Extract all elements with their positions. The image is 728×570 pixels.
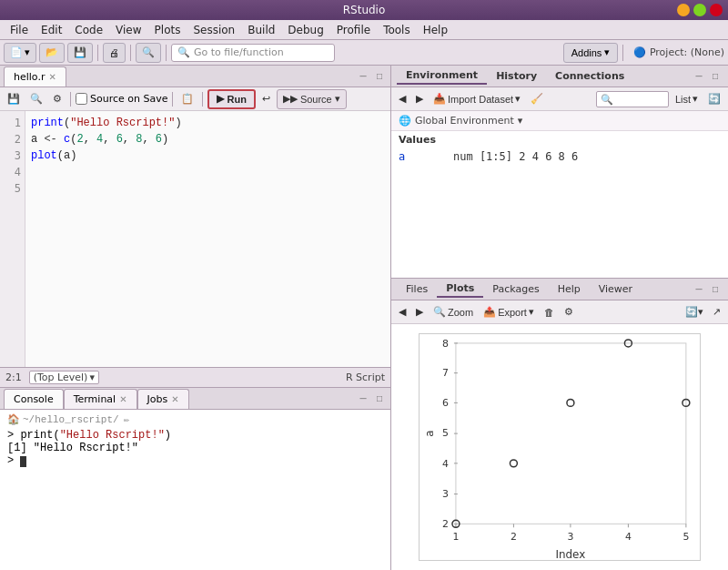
console-maximize-icon[interactable]: □ bbox=[372, 392, 387, 406]
menu-edit[interactable]: Edit bbox=[35, 22, 68, 38]
console-prompt[interactable]: > bbox=[7, 454, 383, 467]
goto-file-function[interactable]: 🔍 Go to file/function bbox=[171, 44, 335, 62]
terminal-close-icon[interactable]: ✕ bbox=[119, 394, 126, 404]
import-dataset-button[interactable]: 📥 Import Dataset ▾ bbox=[430, 90, 524, 108]
addins-chevron-icon: ▾ bbox=[604, 46, 610, 58]
window-controls bbox=[677, 4, 723, 16]
plots-tools-button[interactable]: ⚙ bbox=[561, 303, 577, 321]
plots-refresh-button[interactable]: 🔄▾ bbox=[682, 303, 707, 321]
console-tab-bar: Console Terminal ✕ Jobs ✕ ─ □ bbox=[0, 388, 390, 410]
code-tools-button[interactable]: ⚙ bbox=[49, 90, 66, 108]
tab-plots[interactable]: Plots bbox=[437, 280, 483, 298]
tab-viewer[interactable]: Viewer bbox=[590, 281, 642, 297]
titlebar: RStudio bbox=[0, 0, 728, 20]
jobs-close-icon[interactable]: ✕ bbox=[171, 394, 178, 404]
console-minimize-icon[interactable]: ─ bbox=[356, 392, 370, 406]
menu-build[interactable]: Build bbox=[241, 22, 281, 38]
tab-connections[interactable]: Connections bbox=[546, 68, 633, 84]
plots-tab-bar: Files Plots Packages Help Viewer ─ □ bbox=[391, 279, 728, 300]
close-button[interactable] bbox=[710, 4, 723, 16]
print-button[interactable]: 🖨 bbox=[103, 43, 126, 63]
tab-packages[interactable]: Packages bbox=[483, 281, 548, 297]
export-button[interactable]: 📤 Export ▾ bbox=[480, 303, 538, 321]
path-tilde-icon: 🏠 bbox=[7, 413, 20, 425]
menu-profile[interactable]: Profile bbox=[330, 22, 377, 38]
run-button[interactable]: ▶ Run bbox=[207, 89, 255, 109]
source-button[interactable]: ▶▶ Source ▾ bbox=[277, 89, 347, 109]
code-level[interactable]: (Top Level) ▾ bbox=[29, 371, 99, 384]
tab-name: hello.r bbox=[14, 71, 45, 83]
open-file-button[interactable]: 📂 bbox=[39, 43, 65, 63]
menubar: File Edit Code View Plots Session Build … bbox=[0, 20, 728, 40]
env-clear-button[interactable]: 🧹 bbox=[527, 90, 547, 108]
save-button[interactable]: 💾 bbox=[67, 43, 93, 63]
app-title: RStudio bbox=[343, 4, 386, 16]
console-content[interactable]: 🏠 ~/hello_rscript/ ✏ > print("Hello Rscr… bbox=[0, 410, 390, 570]
plots-maximize-icon[interactable]: □ bbox=[708, 282, 723, 297]
tab-files[interactable]: Files bbox=[397, 281, 437, 297]
list-view-button[interactable]: List ▾ bbox=[672, 90, 702, 108]
tab-close-icon[interactable]: ✕ bbox=[48, 72, 56, 82]
menu-code[interactable]: Code bbox=[68, 22, 109, 38]
addins-label: Addins bbox=[571, 47, 602, 58]
env-dropdown-icon: ▾ bbox=[518, 115, 523, 127]
terminal-tab-label: Terminal bbox=[74, 393, 116, 405]
editor-minimize-icon[interactable]: ─ bbox=[356, 69, 370, 84]
menu-file[interactable]: File bbox=[4, 22, 35, 38]
save-editor-button[interactable]: 💾 bbox=[4, 90, 24, 108]
plots-minimize-icon[interactable]: ─ bbox=[692, 282, 706, 297]
menu-tools[interactable]: Tools bbox=[377, 22, 417, 38]
tab-environment[interactable]: Environment bbox=[397, 67, 487, 85]
tab-terminal[interactable]: Terminal ✕ bbox=[64, 389, 137, 409]
global-env-text: Global Environment bbox=[415, 115, 514, 127]
editor-tab-hello-r[interactable]: hello.r ✕ bbox=[4, 66, 66, 87]
menu-debug[interactable]: Debug bbox=[281, 22, 329, 38]
zoom-icon: 🔍 bbox=[433, 306, 446, 318]
lint-button[interactable]: 📋 bbox=[177, 90, 197, 108]
env-back-button[interactable]: ◀ bbox=[395, 90, 410, 108]
env-refresh-button[interactable]: 🔄 bbox=[704, 90, 724, 108]
env-maximize-icon[interactable]: □ bbox=[708, 69, 723, 84]
run-label: Run bbox=[227, 94, 246, 105]
svg-text:7: 7 bbox=[442, 367, 449, 379]
tab-help[interactable]: Help bbox=[549, 281, 590, 297]
env-minimize-icon[interactable]: ─ bbox=[692, 69, 706, 84]
source-on-save-label[interactable]: Source on Save bbox=[76, 93, 167, 105]
console-gt-1: > bbox=[7, 429, 20, 442]
find-button[interactable]: 🔍 bbox=[136, 43, 161, 63]
source-label: Source bbox=[300, 94, 332, 105]
menu-help[interactable]: Help bbox=[417, 22, 454, 38]
zoom-button[interactable]: 🔍 Zoom bbox=[430, 303, 477, 321]
tab-history[interactable]: History bbox=[487, 68, 546, 84]
env-search-input[interactable] bbox=[596, 91, 669, 107]
env-toolbar: ◀ ▶ 📥 Import Dataset ▾ 🧹 List ▾ 🔄 bbox=[391, 87, 728, 111]
svg-text:4: 4 bbox=[625, 531, 632, 543]
maximize-button[interactable] bbox=[693, 4, 706, 16]
menu-view[interactable]: View bbox=[109, 22, 147, 38]
code-editor[interactable]: print("Hello Rscript!") a <- c(2, 4, 6, … bbox=[25, 111, 390, 367]
tab-console[interactable]: Console bbox=[4, 389, 64, 409]
find-editor-button[interactable]: 🔍 bbox=[26, 90, 46, 108]
svg-text:6: 6 bbox=[442, 397, 449, 409]
plots-popup-button[interactable]: ↗ bbox=[709, 303, 724, 321]
new-file-button[interactable]: 📄▾ bbox=[4, 43, 36, 63]
plots-back-button[interactable]: ◀ bbox=[395, 303, 410, 321]
plots-forward-button[interactable]: ▶ bbox=[412, 303, 427, 321]
source-on-save-checkbox[interactable] bbox=[76, 93, 87, 105]
source-arrow-icon: ▶▶ bbox=[283, 93, 298, 105]
editor-toolbar: 💾 🔍 ⚙ Source on Save 📋 ▶ Run ↩ ▶▶ bbox=[0, 87, 390, 111]
editor-maximize-icon[interactable]: □ bbox=[372, 69, 387, 84]
run-arrow-icon: ▶ bbox=[217, 93, 224, 105]
console-cursor bbox=[20, 456, 26, 467]
addins-button[interactable]: Addins ▾ bbox=[563, 43, 619, 63]
menu-plots[interactable]: Plots bbox=[148, 22, 187, 38]
plots-clear-button[interactable]: 🗑 bbox=[541, 303, 558, 321]
env-forward-button[interactable]: ▶ bbox=[412, 90, 427, 108]
menu-session[interactable]: Session bbox=[187, 22, 241, 38]
env-variable-a: a num [1:5] 2 4 6 8 6 bbox=[391, 148, 728, 165]
re-run-button[interactable]: ↩ bbox=[258, 90, 274, 108]
svg-text:5: 5 bbox=[442, 427, 449, 439]
tab-jobs[interactable]: Jobs ✕ bbox=[137, 389, 189, 409]
minimize-button[interactable] bbox=[677, 4, 690, 16]
import-icon: 📥 bbox=[433, 93, 446, 105]
